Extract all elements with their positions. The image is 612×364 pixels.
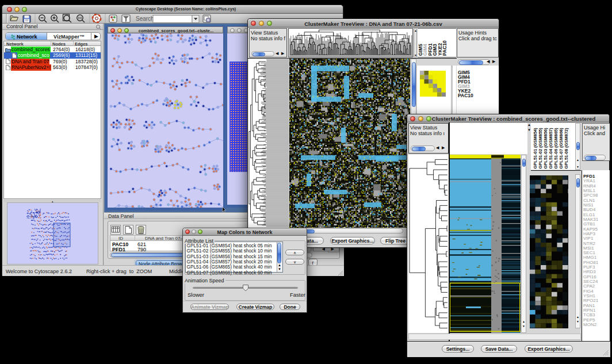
svg-text:Search:: Search: [136, 16, 155, 22]
